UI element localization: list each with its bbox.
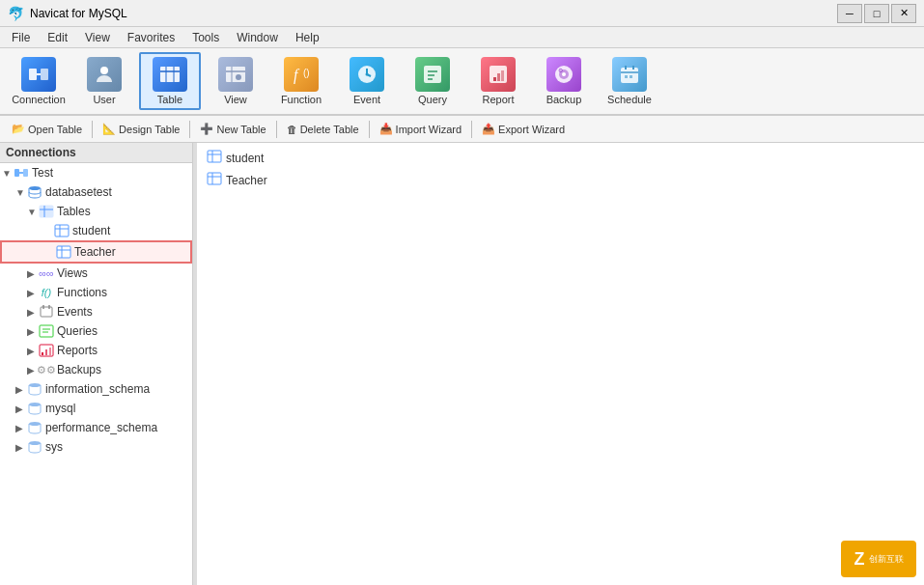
tree-item-backups[interactable]: ▶ ⚙⚙ Backups	[0, 360, 192, 379]
toolbar-user[interactable]: User	[73, 52, 135, 110]
delete-table-icon: 🗑	[287, 124, 297, 135]
svg-point-11	[236, 74, 241, 80]
maximize-button[interactable]: □	[864, 4, 889, 23]
delete-table-button[interactable]: 🗑 Delete Table	[281, 122, 365, 137]
title-bar-left: 🐬 Navicat for MySQL	[8, 6, 127, 21]
menu-favorites[interactable]: Favorites	[120, 29, 182, 46]
sys-label: sys	[45, 440, 63, 454]
info-schema-label: information_schema	[45, 382, 150, 396]
schedule-label: Schedule	[607, 94, 652, 105]
toolbar-table[interactable]: Table	[139, 52, 201, 110]
watermark-icon: Z	[854, 549, 865, 570]
svg-rect-4	[160, 67, 180, 82]
export-wizard-button[interactable]: 📤 Export Wizard	[476, 121, 571, 137]
report-label: Report	[482, 94, 514, 105]
svg-rect-23	[493, 77, 496, 81]
views-icon: ∞∞	[39, 265, 54, 281]
menu-view[interactable]: View	[77, 29, 118, 46]
menu-tools[interactable]: Tools	[184, 29, 227, 46]
user-icon	[87, 57, 122, 92]
svg-rect-52	[40, 325, 53, 337]
tree-item-sys[interactable]: ▶ sys	[0, 437, 192, 457]
content-area: student Teacher Z 创新互联	[197, 143, 924, 585]
tree-item-performance-schema[interactable]: ▶ performance_schema	[0, 418, 192, 437]
toolbar-query[interactable]: Query	[402, 52, 463, 110]
divider-3	[276, 121, 277, 138]
student-tree-label: student	[72, 224, 110, 237]
open-table-icon: 📂	[12, 123, 25, 135]
toolbar-function[interactable]: f () Function	[270, 52, 332, 110]
svg-rect-37	[23, 169, 28, 177]
events-icon	[39, 304, 54, 320]
toolbar-event[interactable]: Event	[336, 52, 398, 110]
svg-rect-24	[497, 73, 500, 81]
new-table-button[interactable]: ➕ New Table	[194, 121, 271, 137]
svg-rect-18	[424, 66, 441, 83]
tree-item-reports[interactable]: ▶ Reports	[0, 341, 192, 360]
svg-rect-49	[41, 307, 52, 317]
tree-item-student[interactable]: ▶ student	[0, 221, 192, 240]
tree-item-mysql[interactable]: ▶ mysql	[0, 399, 192, 418]
tree-item-events[interactable]: ▶ Events	[0, 302, 192, 321]
backup-icon: ⚙	[546, 57, 581, 92]
table-icon	[153, 57, 187, 92]
import-wizard-button[interactable]: 📥 Import Wizard	[374, 121, 467, 137]
tree-item-test[interactable]: ▼ Test	[0, 163, 192, 182]
menu-help[interactable]: Help	[288, 29, 327, 46]
design-table-button[interactable]: 📐 Design Table	[97, 121, 185, 137]
backups-icon: ⚙⚙	[39, 362, 54, 377]
function-label: Function	[281, 94, 322, 105]
divider-1	[92, 121, 93, 138]
content-teacher-label: Teacher	[226, 174, 267, 187]
svg-point-59	[29, 383, 41, 387]
menu-window[interactable]: Window	[229, 29, 286, 46]
expand-databasetest: ▼	[15, 187, 27, 198]
content-item-teacher[interactable]: Teacher	[201, 169, 920, 191]
content-student-icon	[207, 149, 222, 167]
title-bar-controls[interactable]: ─ □ ✕	[837, 4, 916, 23]
open-table-button[interactable]: 📂 Open Table	[6, 121, 88, 137]
connections-header: Connections	[0, 143, 192, 163]
toolbar-schedule[interactable]: Schedule	[599, 52, 660, 110]
toolbar-connection[interactable]: Connection	[8, 52, 70, 110]
sys-icon	[27, 439, 42, 455]
minimize-button[interactable]: ─	[837, 4, 862, 23]
query-label: Query	[418, 94, 447, 105]
svg-rect-25	[501, 70, 504, 81]
close-button[interactable]: ✕	[891, 4, 916, 23]
database-icon	[27, 184, 42, 200]
svg-rect-56	[42, 352, 43, 355]
divider-4	[369, 121, 370, 138]
title-bar: 🐬 Navicat for MySQL ─ □ ✕	[0, 0, 924, 27]
table-teacher-icon	[56, 244, 71, 260]
schedule-icon	[612, 57, 647, 92]
menu-file[interactable]: File	[4, 29, 38, 46]
menu-edit[interactable]: Edit	[40, 29, 75, 46]
svg-rect-66	[208, 173, 221, 184]
content-item-student[interactable]: student	[201, 147, 920, 169]
tree-item-tables[interactable]: ▼ Tables	[0, 202, 192, 221]
svg-text:⚙: ⚙	[558, 68, 563, 73]
query-icon	[415, 57, 450, 92]
toolbar-report[interactable]: Report	[467, 52, 529, 110]
tree-item-queries[interactable]: ▶ Queries	[0, 321, 192, 341]
tree-item-teacher[interactable]: ▶ Teacher	[0, 240, 192, 264]
svg-rect-35	[630, 75, 632, 78]
expand-functions: ▶	[27, 288, 39, 298]
view-icon	[218, 57, 253, 92]
tree-item-views[interactable]: ▶ ∞∞ Views	[0, 264, 192, 283]
expand-test: ▼	[2, 168, 14, 179]
import-wizard-icon: 📥	[379, 123, 393, 135]
expand-sys: ▶	[15, 442, 27, 453]
svg-rect-36	[14, 169, 19, 177]
export-wizard-icon: 📤	[482, 123, 495, 135]
toolbar-view[interactable]: View	[205, 52, 266, 110]
tree-item-functions[interactable]: ▶ f() Functions	[0, 283, 192, 302]
reports-label: Reports	[57, 344, 98, 357]
svg-rect-43	[55, 225, 69, 237]
toolbar-backup[interactable]: ⚙ Backup	[533, 52, 595, 110]
tree-item-information-schema[interactable]: ▶ information_schema	[0, 379, 192, 399]
watermark: Z 创新互联	[841, 541, 916, 577]
tree-item-databasetest[interactable]: ▼ databasetest	[0, 182, 192, 202]
queries-label: Queries	[57, 324, 98, 338]
